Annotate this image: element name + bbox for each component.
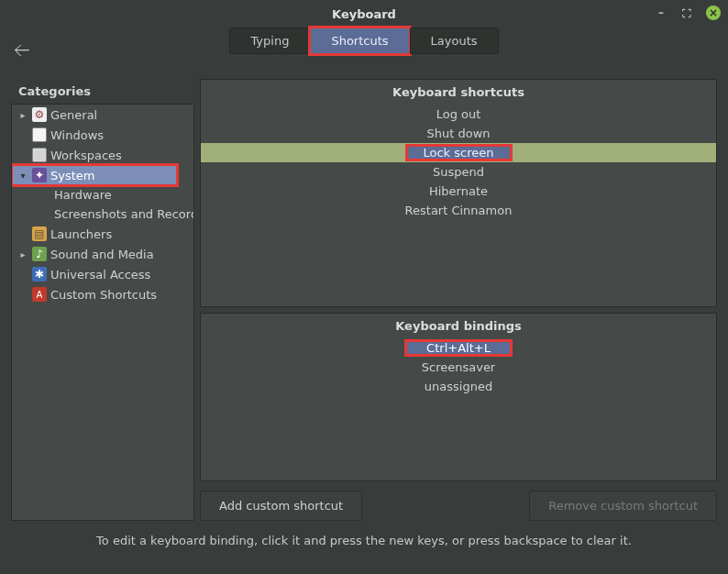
shortcut-item-suspend[interactable]: Suspend: [201, 162, 716, 182]
shortcut-item-lockscreen[interactable]: Lock screen: [201, 143, 716, 162]
content-area: Categories ▸ ⚙ General Windows ▦ Workspa…: [0, 68, 728, 524]
chevron-right-icon[interactable]: ▸: [17, 249, 28, 259]
add-shortcut-button[interactable]: Add custom shortcut: [200, 491, 362, 521]
binding-item-0[interactable]: Ctrl+Alt+L: [201, 338, 716, 358]
binding-item-label: Ctrl+Alt+L: [406, 341, 511, 355]
minimize-icon[interactable]: –: [655, 6, 667, 19]
sidebar-item-label: Universal Access: [50, 268, 150, 281]
sidebar-title: Categories: [11, 79, 194, 104]
system-icon: ✦: [32, 168, 47, 182]
general-icon: ⚙: [32, 107, 47, 122]
sidebar-item-label: Custom Shortcuts: [50, 288, 157, 302]
shortcuts-list: Log out Shut down Lock screen Suspend Hi…: [201, 105, 716, 306]
tab-layouts[interactable]: Layouts: [410, 28, 499, 54]
tab-shortcuts[interactable]: Shortcuts: [310, 28, 409, 54]
shortcut-item-shutdown[interactable]: Shut down: [201, 124, 716, 143]
button-row: Add custom shortcut Remove custom shortc…: [200, 487, 717, 521]
shortcuts-panel: Keyboard shortcuts Log out Shut down Loc…: [200, 79, 717, 307]
custom-icon: A: [32, 287, 47, 302]
window-controls: – ⛶ ×: [655, 6, 721, 20]
main-area: Keyboard shortcuts Log out Shut down Loc…: [200, 79, 717, 521]
sidebar-item-label: General: [50, 108, 97, 122]
sidebar-item-workspaces[interactable]: ▦ Workspaces: [12, 145, 193, 165]
sidebar-item-label: Hardware: [54, 188, 112, 202]
shortcuts-title: Keyboard shortcuts: [201, 80, 716, 105]
sidebar-item-label: Screenshots and Recording: [54, 207, 193, 221]
sidebar-item-label: Workspaces: [50, 149, 122, 162]
sidebar-item-general[interactable]: ▸ ⚙ General: [12, 105, 193, 125]
sidebar-item-launchers[interactable]: ▤ Launchers: [12, 224, 193, 244]
workspaces-icon: ▦: [32, 148, 47, 162]
back-icon[interactable]: 🡠: [14, 40, 30, 60]
launchers-icon: ▤: [32, 226, 47, 241]
bindings-title: Keyboard bindings: [201, 314, 716, 338]
window-titlebar: Keyboard – ⛶ ×: [0, 0, 728, 28]
sidebar-item-universal[interactable]: ✱ Universal Access: [12, 264, 193, 284]
sidebar-item-sound[interactable]: ▸ ♪ Sound and Media: [12, 244, 193, 264]
binding-item-2[interactable]: unassigned: [201, 377, 716, 396]
tab-bar: Typing Shortcuts Layouts: [0, 28, 728, 54]
sidebar: Categories ▸ ⚙ General Windows ▦ Workspa…: [11, 79, 194, 521]
sidebar-item-label: Sound and Media: [50, 248, 154, 261]
shortcut-item-restart[interactable]: Restart Cinnamon: [201, 201, 716, 220]
shortcut-item-logout[interactable]: Log out: [201, 105, 716, 124]
chevron-right-icon[interactable]: ▸: [17, 110, 28, 120]
shortcut-item-label: Lock screen: [407, 146, 511, 160]
sidebar-item-system[interactable]: ▾ ✦ System: [12, 165, 177, 185]
sidebar-body: ▸ ⚙ General Windows ▦ Workspaces ▾ ✦ Sys…: [11, 104, 194, 521]
sidebar-item-label: Windows: [50, 128, 104, 142]
sidebar-item-custom[interactable]: A Custom Shortcuts: [12, 284, 193, 304]
shortcut-item-hibernate[interactable]: Hibernate: [201, 182, 716, 201]
window-title: Keyboard: [332, 7, 396, 21]
bindings-list: Ctrl+Alt+L Screensaver unassigned: [201, 338, 716, 480]
maximize-icon[interactable]: ⛶: [680, 6, 693, 19]
sidebar-item-screenshots[interactable]: Screenshots and Recording: [12, 204, 193, 224]
binding-item-1[interactable]: Screensaver: [201, 358, 716, 377]
sound-icon: ♪: [32, 247, 47, 261]
sidebar-item-label: System: [50, 169, 94, 182]
accessibility-icon: ✱: [32, 267, 47, 281]
sidebar-item-hardware[interactable]: Hardware: [12, 185, 193, 204]
bindings-panel: Keyboard bindings Ctrl+Alt+L Screensaver…: [200, 313, 717, 481]
hint-text: To edit a keyboard binding, click it and…: [0, 524, 728, 553]
windows-icon: [32, 127, 47, 142]
close-icon[interactable]: ×: [706, 6, 721, 20]
toolbar: 🡠 Typing Shortcuts Layouts: [0, 28, 728, 68]
chevron-down-icon[interactable]: ▾: [17, 171, 28, 181]
sidebar-item-windows[interactable]: Windows: [12, 125, 193, 145]
remove-shortcut-button: Remove custom shortcut: [529, 491, 717, 521]
tab-typing[interactable]: Typing: [229, 28, 310, 54]
sidebar-item-label: Launchers: [50, 227, 112, 241]
